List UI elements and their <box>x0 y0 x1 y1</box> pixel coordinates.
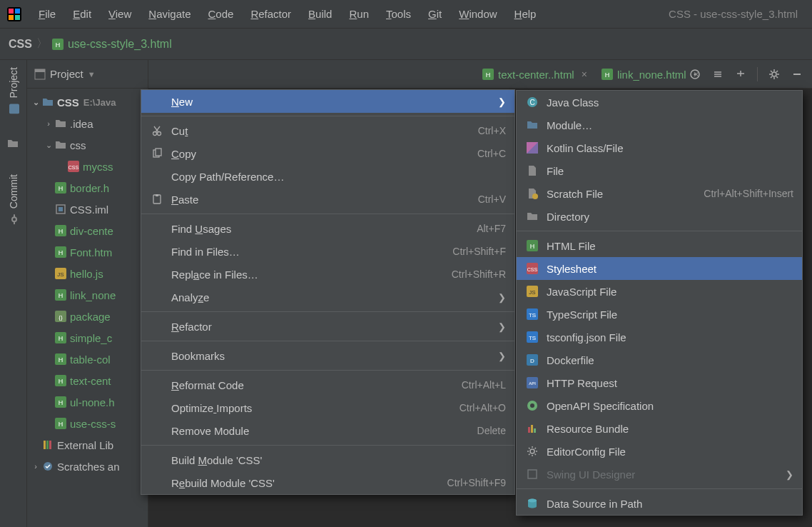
menu-item-find-usages[interactable]: Find UsagesAlt+F7 <box>141 217 514 240</box>
menu-item-cut[interactable]: CutCtrl+X <box>141 119 514 142</box>
swing-icon <box>525 467 539 481</box>
menu-item-http-request[interactable]: APIHTTP Request <box>517 371 802 394</box>
tree-item-scratches-an[interactable]: ›Scratches an <box>27 456 148 477</box>
menu-item-optimize-imports[interactable]: Optimize ImportsCtrl+Alt+O <box>141 396 514 419</box>
menu-item-label: Paste <box>171 194 478 206</box>
menu-item-label: JavaScript File <box>547 286 793 298</box>
tree-item-simple-c[interactable]: Hsimple_c <box>27 327 148 348</box>
chevron-down-icon[interactable]: ▼ <box>88 70 96 79</box>
expander-icon[interactable]: › <box>43 119 54 128</box>
menu-tools[interactable]: Tools <box>379 5 418 23</box>
tree-item-css[interactable]: ⌄CSSE:\Java <box>27 91 148 113</box>
expand-all-icon[interactable] <box>709 65 727 84</box>
menu-item-analyze[interactable]: Analyze❯ <box>141 286 514 308</box>
project-tree[interactable]: ⌄CSSE:\Java›.idea⌄cssCSSmycssHborder.hCS… <box>27 89 148 527</box>
breadcrumb-file[interactable]: H use-css-style_3.html <box>52 38 172 51</box>
menu-code[interactable]: Code <box>201 5 241 23</box>
menu-git[interactable]: Git <box>421 5 449 23</box>
menu-navigate[interactable]: Navigate <box>141 5 198 23</box>
menu-item-reformat-code[interactable]: Reformat CodeCtrl+Alt+L <box>141 373 514 396</box>
expander-icon[interactable]: ⌄ <box>30 98 41 107</box>
blank-icon <box>150 401 164 415</box>
menu-item-copy[interactable]: CopyCtrl+C <box>141 142 514 165</box>
menu-item-scratch-file[interactable]: Scratch FileCtrl+Alt+Shift+Insert <box>517 182 802 205</box>
close-icon[interactable]: × <box>694 69 699 80</box>
menu-item-replace-in-files-[interactable]: Replace in Files…Ctrl+Shift+R <box>141 263 514 286</box>
menu-view[interactable]: View <box>101 5 138 23</box>
tree-item-label: link_none <box>70 289 116 301</box>
gear-icon[interactable] <box>765 65 783 84</box>
context-menu[interactable]: New❯CutCtrl+XCopyCtrl+CCopy Path/Referen… <box>141 89 515 495</box>
menu-item-resource-bundle[interactable]: Resource Bundle <box>517 417 802 440</box>
tree-item-border-h[interactable]: Hborder.h <box>27 177 148 199</box>
menu-file[interactable]: File <box>31 5 63 23</box>
tree-item-ul-none-h[interactable]: Hul-none.h <box>27 391 148 413</box>
svg-rect-55 <box>156 194 158 196</box>
menu-item-new[interactable]: New❯ <box>141 90 514 113</box>
project-panel-header[interactable]: Project ▼ <box>27 60 148 89</box>
menu-refactor[interactable]: Refactor <box>243 5 298 23</box>
menu-item-paste[interactable]: PasteCtrl+V <box>141 188 514 211</box>
tree-item-css-iml[interactable]: CSS.iml <box>27 199 148 220</box>
editor-tab[interactable]: Hlink_none.html× <box>596 64 705 85</box>
gutter-commit-tab[interactable]: Commit <box>8 174 19 224</box>
menu-item-swing-ui-designer: Swing UI Designer❯ <box>517 463 802 486</box>
collapse-all-icon[interactable] <box>731 65 750 84</box>
menu-item-openapi-specification[interactable]: OpenAPI Specification <box>517 394 802 417</box>
menu-edit[interactable]: Edit <box>66 5 98 23</box>
gutter-project-tab[interactable]: Project <box>8 67 19 114</box>
tree-item-use-css-s[interactable]: Huse-css-s <box>27 413 148 434</box>
menu-item-label: Kotlin Class/File <box>547 142 793 154</box>
tree-item-css[interactable]: ⌄css <box>27 134 148 156</box>
menu-item-editorconfig-file[interactable]: EditorConfig File <box>517 440 802 463</box>
new-submenu[interactable]: CJava ClassModule…Kotlin Class/FileFileS… <box>516 90 803 516</box>
tree-item-font-htm[interactable]: HFont.htm <box>27 241 148 263</box>
menu-item-stylesheet[interactable]: CSSStylesheet <box>517 257 802 280</box>
menu-item-find-in-files-[interactable]: Find in Files…Ctrl+Shift+F <box>141 240 514 263</box>
menu-item-copy-path-reference-[interactable]: Copy Path/Reference… <box>141 165 514 188</box>
menu-window[interactable]: Window <box>452 5 504 23</box>
menu-item-module-[interactable]: Module… <box>517 114 802 136</box>
blank-icon <box>150 94 164 109</box>
tree-item-external-lib[interactable]: External Lib <box>27 434 148 456</box>
folder-icon[interactable] <box>6 137 21 151</box>
menu-item-html-file[interactable]: HHTML File <box>517 234 802 257</box>
menu-item-typescript-file[interactable]: TSTypeScript File <box>517 303 802 326</box>
menu-item-file[interactable]: File <box>517 159 802 182</box>
menu-item-remove-module[interactable]: Remove ModuleDelete <box>141 419 514 442</box>
menu-run[interactable]: Run <box>342 5 376 23</box>
menu-build[interactable]: Build <box>301 5 339 23</box>
menu-item-label: Copy Path/Reference… <box>171 171 506 183</box>
tree-item-hello-js[interactable]: JShello.js <box>27 263 148 284</box>
menu-item-kotlin-class-file[interactable]: Kotlin Class/File <box>517 136 802 159</box>
menu-item-data-source-in-path[interactable]: Data Source in Path <box>517 492 802 515</box>
close-icon[interactable]: × <box>582 69 587 80</box>
menu-item-build-module-css-[interactable]: Build Module 'CSS' <box>141 448 514 471</box>
svg-point-51 <box>158 132 161 136</box>
minimize-icon[interactable] <box>788 65 806 84</box>
expander-icon[interactable]: › <box>30 462 41 471</box>
menu-item-rebuild-module-css-[interactable]: Rebuild Module 'CSS'Ctrl+Shift+F9 <box>141 471 514 494</box>
expander-icon[interactable]: ⌄ <box>43 141 54 150</box>
breadcrumb-root[interactable]: CSS <box>9 38 32 51</box>
menu-item-refactor[interactable]: Refactor❯ <box>141 315 514 338</box>
editor-tab[interactable]: Htext-center..html× <box>477 64 593 85</box>
menu-item-bookmarks[interactable]: Bookmarks❯ <box>141 344 514 367</box>
tree-item-mycss[interactable]: CSSmycss <box>27 156 148 177</box>
tree-item-table-col[interactable]: Htable-col <box>27 348 148 370</box>
tree-item-package[interactable]: {}package <box>27 306 148 327</box>
menu-item-java-class[interactable]: CJava Class <box>517 91 802 114</box>
tree-item-div-cente[interactable]: Hdiv-cente <box>27 220 148 241</box>
menu-item-label: OpenAPI Specification <box>547 400 793 412</box>
svg-text:H: H <box>59 228 64 235</box>
menu-item-dockerfile[interactable]: DDockerfile <box>517 348 802 371</box>
svg-rect-7 <box>9 104 19 114</box>
tree-item-text-cent[interactable]: Htext-cent <box>27 370 148 391</box>
menu-item-tsconfig-json-file[interactable]: TStsconfig.json File <box>517 326 802 348</box>
menu-item-javascript-file[interactable]: JSJavaScript File <box>517 280 802 303</box>
menu-item-directory[interactable]: Directory <box>517 205 802 228</box>
tree-item-link-none[interactable]: Hlink_none <box>27 284 148 306</box>
menu-help[interactable]: Help <box>507 5 544 23</box>
tree-item--idea[interactable]: ›.idea <box>27 113 148 134</box>
svg-text:TS: TS <box>529 335 536 341</box>
